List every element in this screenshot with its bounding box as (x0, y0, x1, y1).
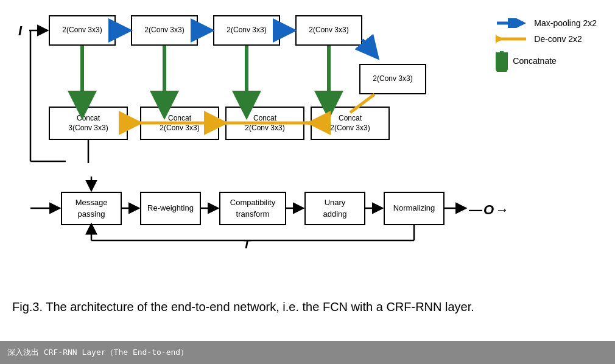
crf-reweighting: Re-weighting (140, 192, 201, 225)
legend-maxpool-label: Max-pooling 2x2 (534, 18, 597, 28)
crf-normalizing: Normalizing (384, 192, 445, 225)
crf-compatibility-transform: Compatibility transform (219, 192, 286, 225)
legend-maxpool: Max-pooling 2x2 (496, 18, 597, 28)
decoder-box-2: Concat 2(Conv 3x3) (140, 107, 219, 140)
status-text: 深入浅出 CRF-RNN Layer（The End-to-end） (7, 347, 188, 358)
svg-line-7 (362, 40, 378, 58)
legend: Max-pooling 2x2 De-conv 2x2 (496, 18, 597, 72)
legend-deconv: De-conv 2x2 (496, 34, 597, 44)
encoder-box-4: 2(Conv 3x3) (295, 15, 362, 46)
caption: Fig.3. The architecture of the end-to-en… (12, 298, 603, 315)
legend-concat-label: Concatnate (513, 56, 557, 66)
input-label: I (18, 23, 22, 39)
crfrnn-section: Message passing Re-weighting Compatibili… (12, 177, 511, 250)
encoder-box-1: 2(Conv 3x3) (49, 15, 116, 46)
encoder-box-3: 2(Conv 3x3) (213, 15, 280, 46)
legend-concat: Concatnate (496, 50, 597, 72)
legend-deconv-label: De-conv 2x2 (534, 34, 582, 44)
main-content: Max-pooling 2x2 De-conv 2x2 (0, 0, 615, 341)
status-bar: 深入浅出 CRF-RNN Layer（The End-to-end） (0, 341, 615, 364)
output-label: — O → (469, 202, 508, 218)
encoder-box-2: 2(Conv 3x3) (131, 15, 198, 46)
decoder-box-4: Concat 2(Conv 3x3) (311, 107, 390, 140)
fcn-section: I 2(Conv 3x3) 2(Conv 3x3) 2(Conv 3x3) 2(… (12, 6, 457, 164)
decoder-box-3: Concat 2(Conv 3x3) (225, 107, 304, 140)
encoder-box-5: 2(Conv 3x3) (359, 64, 426, 94)
crf-message-passing: Message passing (61, 192, 122, 225)
decoder-box-1: Concat 3(Conv 3x3) (49, 107, 128, 140)
svg-text:T: T (243, 237, 251, 250)
crf-unary-adding: Unary adding (304, 192, 365, 225)
